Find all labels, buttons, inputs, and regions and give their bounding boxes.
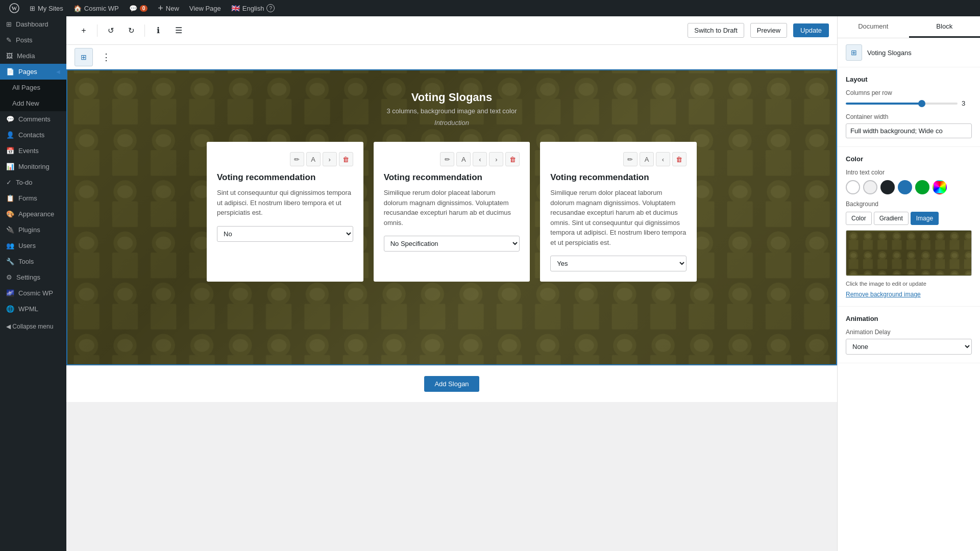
sidebar-item-pages[interactable]: 📄 Pages ◀ (0, 64, 66, 80)
bg-image-preview[interactable] (846, 230, 972, 276)
card-1-toolbar: ✏ A › 🗑 (217, 152, 353, 166)
card-1-text: Sint ut consequuntur qui dignissimos tem… (217, 188, 353, 218)
posts-icon: ✎ (6, 36, 12, 44)
card-2-edit-button[interactable]: ✏ (440, 152, 454, 166)
card-3-edit-button[interactable]: ✏ (623, 152, 638, 166)
bg-tab-image[interactable]: Image (911, 212, 939, 225)
remove-bg-button[interactable]: Remove background image (846, 291, 972, 298)
help-icon[interactable]: ? (266, 4, 275, 12)
voting-columns: ✏ A › 🗑 Voting recommendation Sint ut co… (207, 142, 697, 282)
svg-rect-11 (846, 232, 971, 275)
voting-card-2: ✏ A ‹ › 🗑 Voting recommendation Similiqu… (374, 142, 530, 282)
columns-slider-thumb[interactable] (918, 100, 925, 107)
info-button[interactable]: ℹ (149, 21, 167, 40)
card-1-edit-button[interactable]: ✏ (290, 152, 304, 166)
animation-section: Animation Animation Delay None 100ms 200… (838, 307, 980, 363)
tab-document[interactable]: Document (838, 16, 909, 38)
adminbar-my-sites[interactable]: ⊞ My Sites (24, 0, 68, 16)
add-block-button[interactable]: + (75, 21, 93, 40)
card-2-delete-button[interactable]: 🗑 (505, 152, 520, 166)
background-tabs: Color Gradient Image (846, 212, 972, 225)
card-1-delete-button[interactable]: 🗑 (339, 152, 353, 166)
block-name-label: Voting Slogans (867, 49, 912, 57)
card-2-text: Similique rerum dolor placeat laborum do… (384, 188, 520, 228)
toolbar-divider-2 (144, 24, 145, 37)
color-section-title: Color (846, 155, 972, 163)
sidebar-item-wpml[interactable]: 🌐 WPML (0, 301, 66, 317)
sidebar-item-contacts[interactable]: 👤 Contacts (0, 127, 66, 143)
preview-button[interactable]: Preview (750, 23, 787, 38)
adminbar-wp-logo[interactable]: W (4, 0, 24, 16)
sidebar-item-dashboard[interactable]: ⊞ Dashboard (0, 16, 66, 32)
pages-icon: 📄 (6, 68, 14, 76)
adminbar-new[interactable]: + New (153, 0, 184, 16)
sidebar-collapse-button[interactable]: ◀ Collapse menu (0, 317, 66, 336)
card-1-text-button[interactable]: A (306, 152, 321, 166)
card-3-prev-button[interactable]: ‹ (656, 152, 670, 166)
card-2-next-button[interactable]: › (489, 152, 503, 166)
voting-block[interactable]: Voting Slogans 3 columns, background ima… (66, 69, 837, 365)
add-slogan-area: Add Slogan (66, 365, 837, 402)
sidebar-item-appearance[interactable]: 🎨 Appearance (0, 206, 66, 222)
block-icon-header: ⊞ Voting Slogans (838, 38, 980, 67)
redo-button[interactable]: ↻ (122, 21, 140, 40)
sidebar-item-monitoring[interactable]: 📊 Monitoring (0, 159, 66, 174)
card-1-select[interactable]: No Yes Maybe (217, 226, 353, 242)
card-3-delete-button[interactable]: 🗑 (672, 152, 687, 166)
block-type-icon[interactable]: ⊞ (75, 48, 93, 66)
sidebar-item-comments[interactable]: 💬 Comments (0, 111, 66, 127)
switch-to-draft-button[interactable]: Switch to Draft (688, 23, 744, 38)
sidebar-item-tools[interactable]: 🔧 Tools (0, 254, 66, 269)
color-swatch-white[interactable] (846, 180, 860, 194)
color-swatch-blue[interactable] (898, 180, 912, 194)
color-section: Color Intro text color Background Color … (838, 147, 980, 307)
animation-delay-label: Animation Delay (846, 329, 972, 336)
dots-icon: ⋮ (102, 52, 111, 63)
sidebar-item-media[interactable]: 🖼 Media (0, 48, 66, 64)
adminbar-language[interactable]: 🇬🇧 English ? (226, 0, 280, 16)
card-3-title: Voting recommendation (550, 172, 687, 183)
sidebar-item-events[interactable]: 📅 Events (0, 143, 66, 159)
sidebar-item-forms[interactable]: 📋 Forms (0, 190, 66, 206)
bg-tab-color[interactable]: Color (846, 212, 872, 225)
undo-button[interactable]: ↺ (102, 21, 120, 40)
card-2-prev-button[interactable]: ‹ (473, 152, 487, 166)
sidebar-item-posts[interactable]: ✎ Posts (0, 32, 66, 48)
container-width-input[interactable] (846, 123, 972, 138)
color-swatch-custom[interactable] (933, 180, 947, 194)
sidebar-item-todo[interactable]: ✓ To-do (0, 174, 66, 190)
block-options-button[interactable]: ⋮ (97, 48, 115, 66)
animation-delay-select[interactable]: None 100ms 200ms 300ms (846, 339, 972, 355)
add-slogan-button[interactable]: Add Slogan (424, 376, 479, 392)
sidebar-item-settings[interactable]: ⚙ Settings (0, 269, 66, 285)
card-2-select[interactable]: No Specification Yes No (384, 236, 520, 252)
sidebar-item-add-new[interactable]: Add New (0, 95, 66, 111)
collapse-icon: ◀ (6, 323, 12, 330)
color-swatch-light-gray[interactable] (863, 180, 877, 194)
sidebar-item-plugins[interactable]: 🔌 Plugins (0, 222, 66, 238)
svg-text:W: W (12, 5, 17, 11)
settings-icon: ⚙ (6, 273, 12, 281)
card-1-next-button[interactable]: › (323, 152, 337, 166)
color-swatch-green[interactable] (915, 180, 929, 194)
sidebar-item-cosmic-wp[interactable]: 🌌 Cosmic WP (0, 285, 66, 301)
card-3-text: Similique rerum dolor placeat laborum do… (550, 188, 687, 247)
settings-menu-button[interactable]: ☰ (169, 21, 188, 40)
editor-area: + ↺ ↻ ℹ ☰ Switch to Draft Preview (66, 16, 837, 551)
adminbar-view-page[interactable]: View Page (184, 0, 226, 16)
bg-tab-gradient[interactable]: Gradient (874, 212, 909, 225)
card-3-text-button[interactable]: A (640, 152, 654, 166)
admin-bar: W ⊞ My Sites 🏠 Cosmic WP 💬 0 + New View … (0, 0, 980, 16)
columns-slider[interactable] (846, 103, 958, 105)
card-3-select[interactable]: Yes No No Specification (550, 256, 687, 271)
card-2-text-button[interactable]: A (456, 152, 471, 166)
sidebar-item-users[interactable]: 👥 Users (0, 238, 66, 254)
adminbar-site-name[interactable]: 🏠 Cosmic WP (68, 0, 124, 16)
update-button[interactable]: Update (793, 23, 829, 37)
sidebar-item-all-pages[interactable]: All Pages (0, 80, 66, 95)
users-icon: 👥 (6, 242, 14, 249)
tab-block[interactable]: Block (909, 16, 981, 38)
adminbar-comments[interactable]: 💬 0 (124, 0, 153, 16)
color-swatch-dark[interactable] (880, 180, 895, 194)
columns-row: 3 (846, 99, 972, 107)
